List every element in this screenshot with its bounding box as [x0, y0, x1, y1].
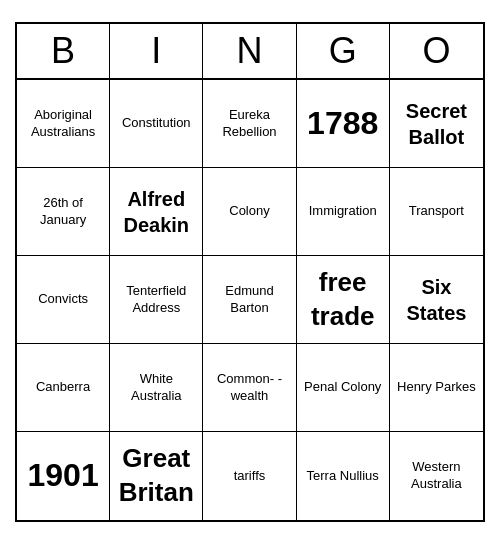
bingo-cell-11[interactable]: Tenterfield Address: [110, 256, 203, 344]
bingo-cell-2[interactable]: Eureka Rebellion: [203, 80, 296, 168]
header-letter-i: I: [110, 24, 203, 78]
bingo-cell-0[interactable]: Aboriginal Australians: [17, 80, 110, 168]
bingo-cell-24[interactable]: Western Australia: [390, 432, 483, 520]
bingo-cell-7[interactable]: Colony: [203, 168, 296, 256]
bingo-cell-22[interactable]: tariffs: [203, 432, 296, 520]
bingo-cell-14[interactable]: Six States: [390, 256, 483, 344]
bingo-cell-12[interactable]: Edmund Barton: [203, 256, 296, 344]
bingo-cell-16[interactable]: White Australia: [110, 344, 203, 432]
bingo-cell-1[interactable]: Constitution: [110, 80, 203, 168]
bingo-cell-9[interactable]: Transport: [390, 168, 483, 256]
header-letter-g: G: [297, 24, 390, 78]
bingo-cell-23[interactable]: Terra Nullius: [297, 432, 390, 520]
header-letter-o: O: [390, 24, 483, 78]
bingo-cell-8[interactable]: Immigration: [297, 168, 390, 256]
header-letter-n: N: [203, 24, 296, 78]
bingo-cell-6[interactable]: Alfred Deakin: [110, 168, 203, 256]
bingo-cell-3[interactable]: 1788: [297, 80, 390, 168]
bingo-cell-4[interactable]: Secret Ballot: [390, 80, 483, 168]
bingo-cell-5[interactable]: 26th of January: [17, 168, 110, 256]
bingo-header: BINGO: [17, 24, 483, 80]
bingo-cell-17[interactable]: Common- -wealth: [203, 344, 296, 432]
bingo-card: BINGO Aboriginal AustraliansConstitution…: [15, 22, 485, 522]
bingo-cell-10[interactable]: Convicts: [17, 256, 110, 344]
bingo-cell-19[interactable]: Henry Parkes: [390, 344, 483, 432]
bingo-cell-15[interactable]: Canberra: [17, 344, 110, 432]
bingo-cell-21[interactable]: Great Britan: [110, 432, 203, 520]
header-letter-b: B: [17, 24, 110, 78]
bingo-cell-18[interactable]: Penal Colony: [297, 344, 390, 432]
bingo-cell-13[interactable]: free trade: [297, 256, 390, 344]
bingo-grid: Aboriginal AustraliansConstitutionEureka…: [17, 80, 483, 520]
bingo-cell-20[interactable]: 1901: [17, 432, 110, 520]
